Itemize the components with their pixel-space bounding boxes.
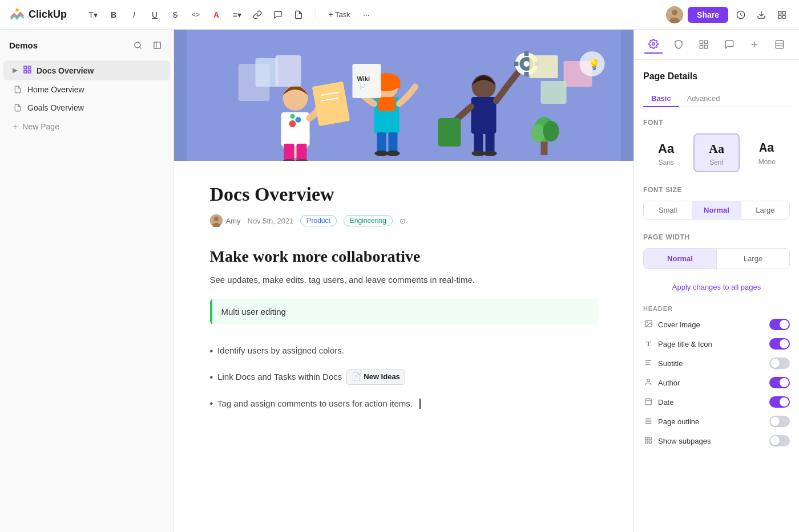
page-width-large[interactable]: Large: [717, 249, 789, 269]
panel-tab-versions[interactable]: [669, 35, 688, 54]
apply-changes-link[interactable]: Apply changes to all pages: [643, 283, 790, 291]
svg-text:📄: 📄: [360, 83, 366, 90]
panel-content: Page Details Basic Advanced Font Aa Sans…: [634, 60, 799, 466]
cover-image-label-group: Cover image: [643, 319, 700, 330]
more-options-btn[interactable]: ···: [358, 7, 374, 23]
callout-content: Multi user editing: [212, 299, 295, 324]
panel-tab-basic[interactable]: Basic: [643, 91, 679, 107]
svg-point-43: [386, 151, 400, 156]
svg-point-24: [290, 114, 295, 119]
svg-rect-80: [776, 40, 784, 48]
svg-rect-14: [24, 66, 27, 69]
sidebar-item-docs-overview[interactable]: ▶ Docs Overview: [3, 60, 170, 80]
svg-rect-45: [471, 97, 497, 134]
font-size-small[interactable]: Small: [644, 201, 692, 219]
author-toggle[interactable]: [769, 377, 790, 388]
svg-text:Wiki: Wiki: [357, 75, 370, 82]
page-outline-toggle[interactable]: [769, 416, 790, 427]
svg-rect-54: [474, 132, 483, 152]
cover-image-toggle[interactable]: [769, 319, 790, 330]
page-width-normal[interactable]: Normal: [644, 249, 717, 269]
italic-btn[interactable]: I: [126, 7, 142, 23]
date-toggle[interactable]: [769, 396, 790, 408]
show-subpages-label-group: Show subpages: [643, 436, 711, 446]
svg-rect-50: [524, 72, 529, 76]
page-title-icon: T: [643, 339, 653, 348]
underline-btn[interactable]: U: [147, 7, 163, 23]
color-btn[interactable]: A: [208, 7, 224, 23]
app-logo[interactable]: ClickUp: [9, 7, 67, 23]
new-page-label: New Page: [22, 122, 59, 131]
tag-product[interactable]: Product: [300, 215, 336, 226]
new-page-btn[interactable]: + New Page: [3, 117, 170, 136]
code-btn[interactable]: <>: [188, 7, 204, 23]
layout-btn[interactable]: [774, 7, 790, 23]
strike-btn[interactable]: S: [167, 7, 183, 23]
panel-tab-settings[interactable]: [644, 35, 663, 54]
page-width-options: Normal Large: [643, 248, 790, 269]
font-serif[interactable]: Aa Serif: [693, 133, 739, 172]
file-btn[interactable]: [290, 7, 306, 23]
svg-rect-9: [778, 15, 781, 18]
panel-tab-sort[interactable]: [745, 35, 764, 54]
show-subpages-toggle[interactable]: [769, 435, 790, 446]
panel-tab-layout[interactable]: [770, 35, 789, 54]
svg-point-88: [647, 379, 650, 381]
bold-btn[interactable]: B: [106, 7, 122, 23]
search-icon-btn[interactable]: [130, 38, 145, 52]
cursor-indicator: [419, 399, 421, 409]
user-avatar[interactable]: [666, 6, 683, 23]
font-mono[interactable]: Aa Mono: [744, 133, 790, 172]
app-name-label: ClickUp: [29, 9, 67, 21]
add-task-btn[interactable]: + Task: [325, 7, 354, 23]
doc-banner: Wiki 📄: [174, 30, 633, 161]
share-button[interactable]: Share: [688, 7, 728, 23]
panel-tab-comments[interactable]: [720, 35, 739, 54]
svg-rect-40: [377, 132, 386, 152]
collapse-sidebar-btn[interactable]: [150, 38, 164, 52]
tag-engineering[interactable]: Engineering: [344, 215, 393, 226]
page-title-label: Page title & Icon: [658, 340, 712, 348]
svg-rect-20: [281, 112, 310, 147]
text-format-btn[interactable]: T▾: [85, 7, 101, 23]
workspace-name: Demos: [9, 40, 38, 50]
author-name: Amy: [226, 217, 241, 225]
svg-rect-6: [778, 11, 781, 14]
sidebar-header: Demos: [0, 30, 173, 60]
doc-chip[interactable]: 📄 New Ideas: [346, 369, 405, 385]
font-sans[interactable]: Aa Sans: [643, 133, 689, 172]
font-size-normal[interactable]: Normal: [692, 201, 741, 219]
comment-btn[interactable]: [270, 7, 286, 23]
subtitle-toggle[interactable]: [769, 358, 790, 369]
panel-tab-advanced[interactable]: Advanced: [679, 91, 728, 107]
svg-point-0: [15, 8, 18, 11]
cover-image-toggle-row: Cover image: [643, 319, 790, 330]
doc-heading: Make work more collaborative: [210, 247, 598, 266]
history-btn[interactable]: [733, 7, 749, 23]
export-btn[interactable]: [753, 7, 769, 23]
sidebar-header-icons: [130, 38, 164, 52]
svg-line-11: [139, 47, 141, 48]
panel-basic-advanced-tabs: Basic Advanced: [643, 91, 790, 107]
font-label: Font: [643, 119, 790, 127]
font-size-large[interactable]: Large: [741, 201, 789, 219]
svg-rect-29: [297, 144, 307, 161]
svg-rect-74: [700, 40, 703, 43]
bullet-item-3: Tag and assign comments to users for act…: [210, 391, 598, 417]
tag-settings-icon[interactable]: ⊙: [400, 217, 406, 225]
sidebar-item-home-overview[interactable]: Home Overview: [3, 80, 170, 99]
page-outline-label: Page outline: [658, 417, 699, 426]
link-btn[interactable]: [249, 7, 265, 23]
svg-point-23: [296, 117, 301, 123]
sidebar-item-goals-overview[interactable]: Goals Overview: [3, 99, 170, 117]
page-title-toggle[interactable]: [769, 338, 790, 350]
panel-tab-grid[interactable]: [695, 35, 713, 54]
font-size-label: Font Size: [643, 186, 790, 194]
date-label: Date: [658, 398, 673, 407]
subtitle-toggle-row: Subtitle: [643, 358, 790, 369]
align-btn[interactable]: ≡▾: [229, 7, 245, 23]
svg-rect-77: [700, 46, 703, 48]
subtitle-label-group: Subtitle: [643, 359, 683, 368]
sidebar-item-home-overview-label: Home Overview: [27, 85, 84, 94]
document-area: Wiki 📄: [174, 30, 633, 532]
